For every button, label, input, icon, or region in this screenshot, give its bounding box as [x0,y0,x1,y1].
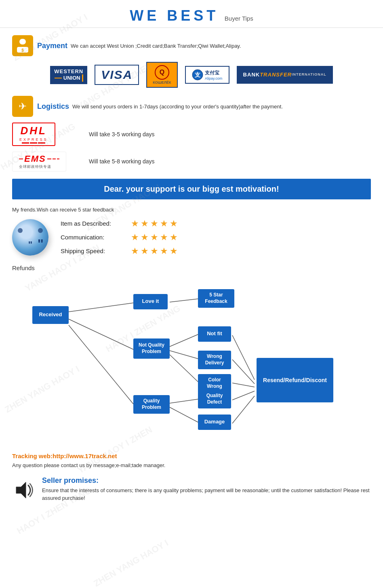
western-union-logo: WESTERN UNION [50,66,87,84]
svg-line-8 [69,325,133,404]
motivation-banner: Dear. your support is our bigg est motiv… [12,179,371,199]
svg-line-10 [170,334,198,347]
stars-shipping: ★ ★ ★ ★ ★ [131,246,178,256]
star-5: ★ [170,232,178,243]
page-header: WE BEST Buyer Tips [0,0,383,28]
feedback-rows: Item as Described: ★ ★ ★ ★ ★ Communicati… [61,218,178,256]
svg-line-18 [232,391,255,400]
promises-text: Ensure that the interests of consumers; … [42,486,371,502]
ems-row: EMS 全球邮政特快专递 Will take 5-8 working days [12,152,371,171]
feedback-label-comm: Communication: [61,234,125,241]
visa-logo: VISA [95,65,139,85]
node-not-fit: Not fit [198,326,231,342]
svg-line-14 [170,407,198,422]
star-3: ★ [150,218,158,229]
feedback-label-item: Item as Described: [61,220,125,227]
flowchart-wrapper: Received Love it 5 StarFeedback Not Qual… [16,279,364,440]
feedback-grid: " Item as Described: ★ ★ ★ ★ ★ Communica… [12,218,371,256]
node-love-it: Love it [133,294,168,309]
star-4: ★ [160,232,168,243]
svg-line-16 [232,360,255,384]
svg-line-9 [170,299,198,302]
logistics-desc: We will send yours orders in 1-7days (ac… [72,104,283,110]
payment-title: Payment [37,42,67,50]
refunds-section: Refunds [0,264,383,440]
stars-item-described: ★ ★ ★ ★ ★ [131,218,178,229]
stars-communication: ★ ★ ★ ★ ★ [131,232,178,243]
star-4: ★ [160,218,168,229]
feedback-row-shipping: Shipping Speed: ★ ★ ★ ★ ★ [61,246,178,256]
feedback-label-ship: Shipping Speed: [61,247,125,254]
star-4: ★ [160,246,168,256]
star-5: ★ [170,246,178,256]
promises-section: Seller promises: Ensure that the interes… [0,472,383,514]
star-1: ★ [131,246,139,256]
feedback-section: My frends.Wish can receive 5 star feedba… [0,207,383,256]
tracking-section: Tracking web:http://www.17track.net Any … [0,453,383,468]
node-received: Received [32,306,69,324]
feedback-intro: My frends.Wish can receive 5 star feedba… [12,207,371,213]
svg-text:✈: ✈ [19,101,27,112]
node-resend: Resend/Refund/Discont [257,358,333,402]
star-1: ★ [131,218,139,229]
star-1: ★ [131,232,139,243]
bank-transfer-logo: BANK TRANSFER INTERNATIONAL [237,66,333,84]
svg-marker-20 [16,482,26,498]
logistics-icon: ✈ [12,96,33,117]
star-2: ★ [141,232,149,243]
node-five-star: 5 StarFeedback [198,289,234,308]
svg-line-19 [232,396,255,423]
dhl-row: DHL EXPRESS Will take 3-5 working days [12,123,371,146]
promises-content: Seller promises: Ensure that the interes… [42,476,371,502]
svg-rect-0 [19,39,26,44]
feedback-row-communication: Communication: ★ ★ ★ ★ ★ [61,232,178,243]
payment-logos: WESTERN UNION VISA Q КОШЕЛЁК [12,62,371,88]
svg-line-15 [232,335,255,380]
node-wrong-delivery: WrongDelivery [198,351,231,369]
node-quality-problem: QualityProblem [133,395,170,414]
node-quality-defect: QualityDefect [198,390,231,408]
feedback-row-item-described: Item as Described: ★ ★ ★ ★ ★ [61,218,178,229]
star-5: ★ [170,218,178,229]
logistics-label-row: ✈ Logistics We will send yours orders in… [12,96,371,117]
star-3: ★ [150,232,158,243]
svg-line-6 [69,303,133,312]
payment-desc: We can accept West Union ;Credit card;Ba… [71,43,241,49]
speaker-icon [12,478,36,506]
star-2: ★ [141,218,149,229]
svg-line-11 [170,351,198,359]
svg-line-17 [232,383,255,387]
page-title: WE BEST [130,7,219,24]
node-damage: Damage [198,415,231,430]
svg-text:支: 支 [194,72,201,78]
dhl-logo: DHL EXPRESS [12,123,77,146]
logistics-section: ✈ Logistics We will send yours orders in… [0,96,383,171]
star-2: ★ [141,246,149,256]
payment-section: $ Payment We can accept West Union ;Cred… [0,35,383,88]
payment-icon: $ [12,35,33,56]
refunds-title: Refunds [12,264,371,271]
dhl-detail: Will take 3-5 working days [89,131,155,137]
feedback-globe-icon: " [12,219,48,256]
star-3: ★ [150,246,158,256]
qiwi-logo: Q КОШЕЛЁК [146,62,177,88]
page-subtitle: Buyer Tips [225,15,253,22]
ems-logo: EMS 全球邮政特快专递 [12,152,77,171]
svg-line-12 [170,355,198,382]
svg-line-7 [69,319,133,349]
tracking-desc: Any question please contact us by messag… [12,462,371,468]
node-not-quality: Not QualityProblem [133,338,170,359]
payment-label-row: $ Payment We can accept West Union ;Cred… [12,35,371,56]
ems-detail: Will take 5-8 working days [89,158,155,165]
svg-line-13 [170,399,198,403]
tracking-link[interactable]: Tracking web:http://www.17track.net [12,453,117,459]
alipay-logo: 支 支付宝 Alipay.com [185,66,229,84]
promises-title: Seller promises: [42,476,371,485]
svg-text:$: $ [21,48,24,53]
logistics-title: Logistics [37,102,69,111]
